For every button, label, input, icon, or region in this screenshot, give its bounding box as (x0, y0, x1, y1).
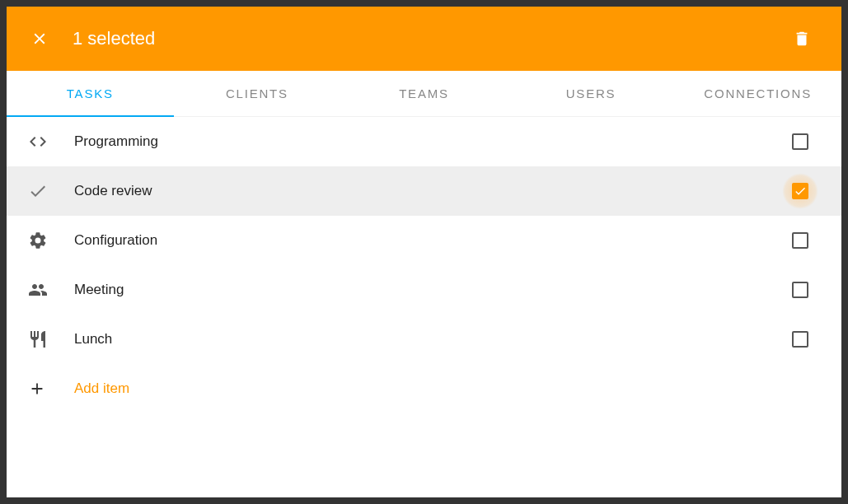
tab-users[interactable]: USERS (508, 71, 675, 116)
delete-button[interactable] (785, 22, 818, 55)
tab-clients[interactable]: CLIENTS (174, 71, 341, 116)
list-item[interactable]: Code review (7, 166, 841, 216)
trash-icon (793, 30, 811, 48)
tab-tasks[interactable]: TASKS (7, 71, 174, 116)
list-item[interactable]: Lunch (7, 315, 841, 364)
restaurant-icon (21, 329, 74, 349)
item-label: Lunch (74, 331, 782, 348)
tab-teams[interactable]: TEAMS (340, 71, 508, 116)
people-icon (21, 280, 74, 300)
add-item-button[interactable]: Add item (7, 364, 841, 413)
close-button[interactable] (23, 22, 56, 55)
tab-label: TASKS (67, 86, 114, 100)
list-item[interactable]: Configuration (7, 216, 841, 265)
selection-count: 1 selected (73, 28, 785, 49)
tab-label: USERS (566, 86, 616, 100)
item-checkbox[interactable] (782, 222, 818, 259)
tab-label: TEAMS (399, 86, 449, 100)
item-checkbox[interactable] (782, 321, 818, 357)
item-checkbox[interactable] (782, 124, 818, 160)
check-icon (21, 181, 74, 201)
tab-connections[interactable]: CONNECTIONS (674, 71, 841, 116)
list-item[interactable]: Programming (7, 117, 841, 166)
tab-bar: TASKS CLIENTS TEAMS USERS CONNECTIONS (7, 71, 841, 117)
task-list: Programming Code review Configuration (7, 117, 841, 497)
close-icon (30, 30, 49, 48)
code-icon (21, 132, 74, 152)
item-label: Configuration (74, 232, 782, 249)
gear-icon (21, 231, 74, 250)
tab-label: CLIENTS (226, 86, 288, 100)
item-checkbox[interactable] (782, 173, 818, 209)
item-checkbox[interactable] (782, 272, 818, 308)
item-label: Meeting (74, 282, 782, 298)
add-item-label: Add item (74, 380, 129, 397)
plus-icon (21, 380, 74, 398)
list-item[interactable]: Meeting (7, 265, 841, 315)
item-label: Code review (74, 183, 782, 199)
panel: 1 selected TASKS CLIENTS TEAMS USERS CON… (7, 7, 841, 497)
item-label: Programming (74, 133, 782, 150)
selection-header: 1 selected (7, 7, 841, 71)
tab-label: CONNECTIONS (704, 86, 812, 100)
